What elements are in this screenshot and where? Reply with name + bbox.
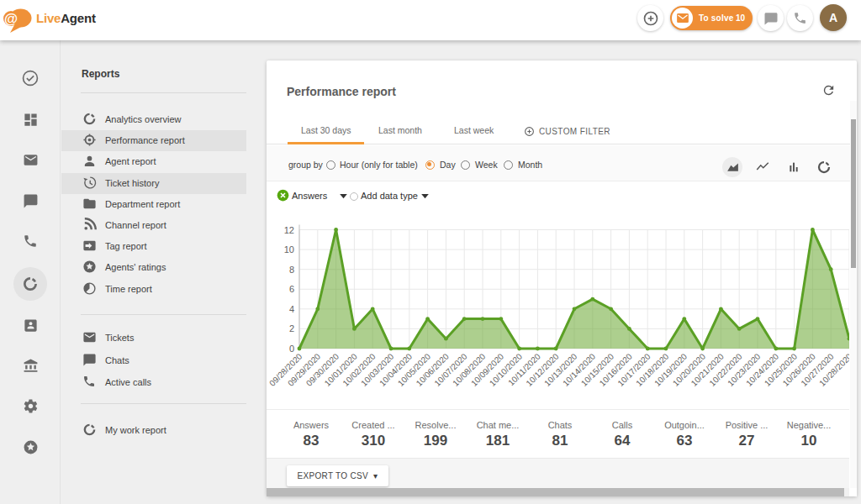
- svg-text:6: 6: [289, 284, 294, 294]
- svg-text:0: 0: [289, 344, 294, 354]
- svg-text:10: 10: [284, 244, 294, 255]
- svg-text:2: 2: [289, 323, 294, 333]
- svg-text:@: @: [4, 11, 18, 26]
- svg-text:4: 4: [289, 304, 294, 314]
- svg-text:12: 12: [284, 225, 294, 235]
- svg-text:8: 8: [289, 265, 294, 275]
